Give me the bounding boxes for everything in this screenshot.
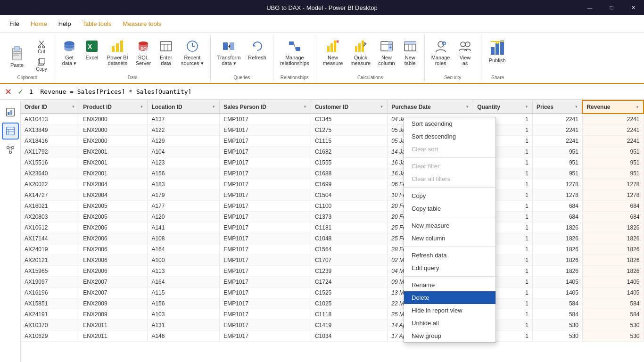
table-row[interactable]: AX20803 ENX2005 A120 EMP1017 C1373 20 Fe…: [21, 212, 644, 222]
new-column-button[interactable]: + Newcolumn: [375, 37, 397, 68]
table-row[interactable]: AX23640 ENX2001 A156 EMP1017 C1688 16 Ja…: [21, 168, 644, 179]
col-sales-person-id[interactable]: Sales Person ID ▼: [220, 100, 311, 114]
get-data-button[interactable]: Getdata ▾: [59, 37, 80, 68]
col-quantity[interactable]: Quantity ▼: [473, 100, 533, 114]
svg-rect-31: [334, 41, 336, 52]
table-row[interactable]: AX10413 ENX2000 A137 EMP1017 C1345 04 Ja…: [21, 114, 644, 125]
table-row[interactable]: AX10612 ENX2006 A141 EMP1017 C1181 25 Fe…: [21, 222, 644, 233]
table-row[interactable]: AX10629 ENX2011 A146 EMP1017 C1034 17 Ap…: [21, 331, 644, 342]
transform-data-icon: [221, 39, 236, 54]
enter-data-button[interactable]: Enterdata: [156, 37, 176, 68]
publish-button[interactable]: Publish: [485, 37, 510, 65]
formula-input[interactable]: [26, 87, 642, 96]
formula-confirm-button[interactable]: ✓: [15, 86, 26, 97]
refresh-button[interactable]: Refresh: [245, 37, 269, 62]
minimize-button[interactable]: —: [579, 0, 601, 15]
col-purchase-date[interactable]: Purchase Date ▼: [388, 100, 473, 114]
sql-server-button[interactable]: SQL SQLServer: [133, 37, 154, 68]
menu-file[interactable]: File: [4, 17, 25, 30]
context-menu-item-hide-report-view[interactable]: Hide in report view: [404, 304, 495, 317]
svg-rect-54: [500, 41, 504, 55]
table-row[interactable]: AX13849 ENX2000 A122 EMP1017 C1275 05 Ja…: [21, 125, 644, 136]
table-row[interactable]: AX16196 ENX2007 A115 EMP1017 C1525 13 Ma…: [21, 288, 644, 298]
cell-sales-person-id: EMP1017: [220, 222, 311, 233]
context-menu-item-edit-query[interactable]: Edit query: [404, 262, 495, 274]
manage-roles-button[interactable]: ★ Manageroles: [429, 37, 453, 68]
quick-measure-button[interactable]: Quickmeasure: [347, 37, 373, 68]
table-row[interactable]: AX19097 ENX2007 A164 EMP1017 C1724 09 Ma…: [21, 277, 644, 288]
cell-sales-person-id: EMP1017: [220, 255, 311, 266]
menu-home[interactable]: Home: [25, 17, 53, 30]
context-menu-item-rename[interactable]: Rename: [404, 279, 495, 291]
table-row[interactable]: AX24019 ENX2006 A164 EMP1017 C1564 28 Fe…: [21, 244, 644, 255]
table-row[interactable]: AX15851 ENX2009 A156 EMP1017 C1025 22 Ma…: [21, 298, 644, 309]
context-menu-item-delete[interactable]: Delete: [404, 291, 495, 304]
context-menu-item-copy[interactable]: Copy: [404, 189, 495, 202]
formula-cancel-button[interactable]: ✕: [2, 86, 15, 98]
svg-line-28: [294, 43, 296, 49]
col-prices[interactable]: Prices ▼: [532, 100, 582, 114]
table-row[interactable]: AX16021 ENX2005 A177 EMP1017 C1100 20 Fe…: [21, 201, 644, 212]
cell-revenue: 951: [582, 147, 644, 157]
view-as-button[interactable]: Viewas: [454, 37, 475, 68]
table-row[interactable]: AX18416 ENX2000 A129 EMP1017 C1115 05 Ja…: [21, 136, 644, 147]
manage-relationships-button[interactable]: Managerelationships: [277, 37, 312, 68]
svg-rect-4: [13, 55, 18, 56]
recent-sources-button[interactable]: Recentsources ▾: [178, 37, 206, 68]
cell-order-id: AX16021: [21, 201, 79, 212]
cell-customer-id: C1239: [311, 266, 387, 277]
table-row[interactable]: AX15965 ENX2006 A113 EMP1017 C1239 04 Ma…: [21, 266, 644, 277]
context-menu-item-copy-table[interactable]: Copy table: [404, 202, 495, 215]
table-row[interactable]: AX20022 ENX2004 A183 EMP1017 C1699 06 Fe…: [21, 179, 644, 190]
cell-product-id: ENX2006: [79, 244, 148, 255]
table-row[interactable]: AX10370 ENX2011 A131 EMP1017 C1419 14 Ap…: [21, 320, 644, 331]
cut-button[interactable]: Cut: [32, 39, 51, 55]
context-menu-item-unhide-all[interactable]: Unhide all: [404, 317, 495, 329]
col-revenue[interactable]: Revenue ▼: [582, 100, 644, 114]
share-group-label: Share: [485, 75, 511, 81]
cell-customer-id: C1034: [311, 331, 387, 342]
cell-revenue: 1826: [582, 222, 644, 233]
menu-table-tools[interactable]: Table tools: [76, 17, 117, 30]
manage-relationships-label: Managerelationships: [280, 55, 309, 66]
new-measure-button[interactable]: Newmeasure: [320, 37, 346, 68]
data-area[interactable]: Order ID ▼ Product ID ▼ Location ID: [21, 100, 644, 362]
table-row[interactable]: AX14727 ENX2004 A179 EMP1017 C1504 10 Fe…: [21, 190, 644, 201]
col-product-id-label: Product ID: [83, 104, 112, 110]
model-view-icon[interactable]: [2, 141, 19, 158]
report-view-icon[interactable]: [2, 104, 19, 121]
table-row[interactable]: AX17144 ENX2006 A108 EMP1017 C1048 25 Fe…: [21, 233, 644, 244]
context-menu-item-refresh-data[interactable]: Refresh data: [404, 249, 495, 262]
data-view-icon[interactable]: [2, 123, 19, 140]
transform-data-button[interactable]: Transformdata ▾: [215, 37, 244, 68]
svg-point-64: [11, 147, 14, 149]
col-order-id[interactable]: Order ID ▼: [21, 100, 79, 114]
context-menu-item-new-measure[interactable]: New measure: [404, 219, 495, 232]
share-buttons: Publish: [485, 35, 510, 75]
menu-help[interactable]: Help: [53, 17, 77, 30]
col-product-id[interactable]: Product ID ▼: [79, 100, 148, 114]
cell-order-id: AX10629: [21, 331, 79, 342]
paste-button[interactable]: Paste: [4, 39, 30, 73]
copy-button[interactable]: Copy: [32, 56, 51, 73]
table-row[interactable]: AX11792 ENX2001 A104 EMP1017 C1682 14 Ja…: [21, 147, 644, 157]
new-table-button[interactable]: Newtable: [400, 37, 421, 68]
close-button[interactable]: ✕: [622, 0, 644, 15]
context-menu-item-sort-desc[interactable]: Sort descending: [404, 130, 495, 143]
context-menu-item-new-group[interactable]: New group: [404, 329, 495, 342]
table-row[interactable]: AX20121 ENX2006 A100 EMP1017 C1707 02 Ma…: [21, 255, 644, 266]
col-location-id[interactable]: Location ID ▼: [148, 100, 220, 114]
maximize-button[interactable]: □: [601, 0, 622, 15]
svg-point-7: [38, 46, 41, 48]
window-controls[interactable]: — □ ✕: [579, 0, 644, 15]
table-row[interactable]: AX24191 ENX2009 A103 EMP1017 C1118 25 Ma…: [21, 309, 644, 320]
cell-prices: 584: [532, 298, 582, 309]
context-menu-item-new-column[interactable]: New column: [404, 232, 495, 245]
table-row[interactable]: AX15516 ENX2001 A123 EMP1017 C1555 16 Ja…: [21, 157, 644, 168]
cell-order-id: AX18416: [21, 136, 79, 147]
power-bi-datasets-button[interactable]: Power BIdatasets: [104, 37, 131, 68]
context-menu-item-sort-asc[interactable]: Sort ascending: [404, 117, 495, 130]
excel-button[interactable]: X Excel: [82, 37, 102, 62]
menu-measure-tools[interactable]: Measure tools: [117, 17, 167, 30]
col-customer-id[interactable]: Customer ID ▼: [311, 100, 387, 114]
